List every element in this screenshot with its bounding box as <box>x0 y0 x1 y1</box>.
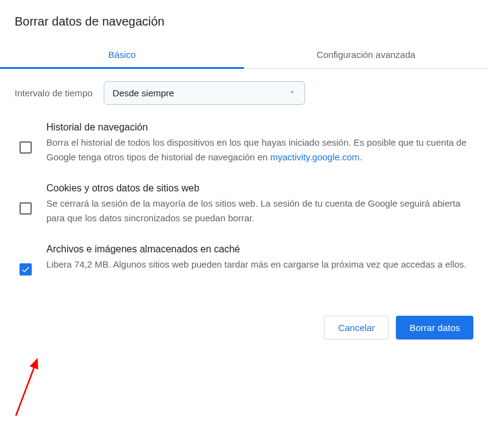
option-title-history: Historial de navegación <box>46 122 468 133</box>
option-browsing-history: Historial de navegación Borra el histori… <box>15 122 473 165</box>
option-text-cache: Archivos e imágenes almacenados en caché… <box>46 244 468 272</box>
cancel-button[interactable]: Cancelar <box>324 316 389 340</box>
checkbox-browsing-history[interactable] <box>20 141 32 154</box>
svg-line-1 <box>16 361 37 416</box>
clear-browsing-data-dialog: Borrar datos de navegación Básico Config… <box>0 0 488 354</box>
dialog-title: Borrar datos de navegación <box>0 15 488 41</box>
dialog-content: Intervalo de tiempo Desde siempre Histor… <box>0 69 488 306</box>
option-desc-cookies: Se cerrará la sesión de la mayoría de lo… <box>46 196 468 226</box>
option-text-cookies: Cookies y otros datos de sitios web Se c… <box>46 183 468 226</box>
option-title-cache: Archivos e imágenes almacenados en caché <box>46 244 468 255</box>
arrow-annotation-icon <box>11 354 48 421</box>
history-desc-part1: Borra el historial de todos los disposit… <box>46 137 467 162</box>
tabs-container: Básico Configuración avanzada <box>0 41 488 69</box>
checkbox-cache[interactable] <box>20 263 32 276</box>
option-cookies: Cookies y otros datos de sitios web Se c… <box>15 183 473 226</box>
chevron-down-icon <box>289 88 296 98</box>
option-cache: Archivos e imágenes almacenados en caché… <box>15 244 473 276</box>
dialog-footer: Cancelar Borrar datos <box>0 306 488 354</box>
time-range-select[interactable]: Desde siempre <box>104 81 305 105</box>
history-desc-part2: . <box>359 152 362 162</box>
time-range-row: Intervalo de tiempo Desde siempre <box>15 81 473 105</box>
checkbox-cookies[interactable] <box>20 202 32 215</box>
option-title-cookies: Cookies y otros datos de sitios web <box>46 183 468 194</box>
option-desc-history: Borra el historial de todos los disposit… <box>46 135 468 165</box>
tab-basic[interactable]: Básico <box>0 41 244 68</box>
time-range-selected-value: Desde siempre <box>113 88 174 98</box>
option-desc-cache: Libera 74,2 MB. Algunos sitios web puede… <box>46 257 468 272</box>
time-range-label: Intervalo de tiempo <box>15 88 93 98</box>
option-text-history: Historial de navegación Borra el histori… <box>46 122 468 165</box>
clear-data-button[interactable]: Borrar datos <box>396 316 473 340</box>
myactivity-link[interactable]: myactivity.google.com <box>270 152 359 162</box>
tab-advanced[interactable]: Configuración avanzada <box>244 41 488 68</box>
